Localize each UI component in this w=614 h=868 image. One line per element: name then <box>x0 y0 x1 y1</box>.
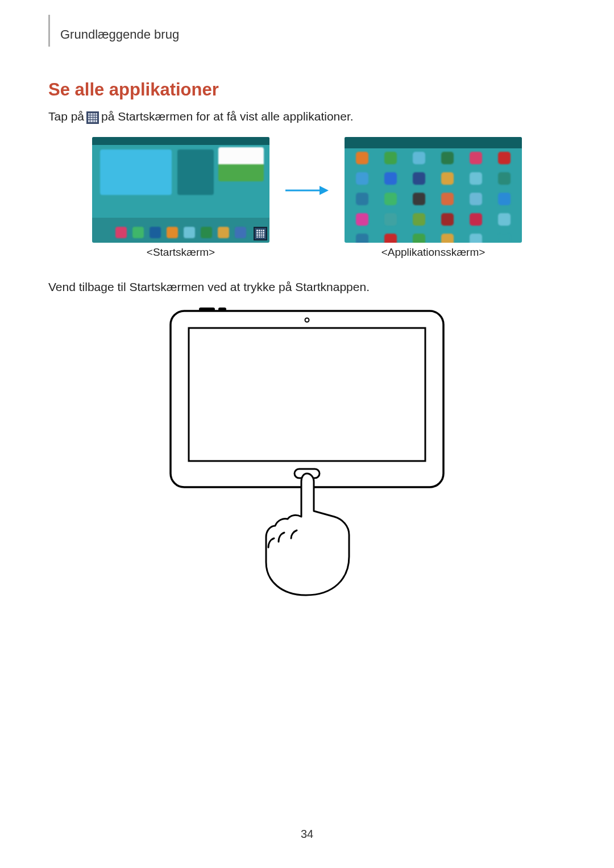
svg-rect-6 <box>189 328 425 461</box>
apps-screen-illustration <box>345 137 522 243</box>
svg-rect-3 <box>199 308 215 311</box>
paragraph-2: Vend tilbage til Startskærmen ved at try… <box>48 280 566 294</box>
paragraph-1: Tap på på Startskærmen for at få vist al… <box>48 108 566 124</box>
screens-row: <Startskærm> <Applikationsskærm> <box>48 137 566 259</box>
arrow-icon <box>280 184 334 200</box>
breadcrumb: Grundlæggende brug <box>60 27 179 42</box>
tablet-illustration <box>48 303 566 599</box>
header-rule <box>48 15 50 47</box>
para1-post: på Startskærmen for at få vist alle appl… <box>101 108 354 124</box>
section-title: Se alle applikationer <box>48 80 566 100</box>
para1-pre: Tap på <box>48 108 84 124</box>
apps-grid-icon <box>86 111 99 124</box>
svg-marker-1 <box>320 186 329 195</box>
home-caption: <Startskærm> <box>147 246 215 259</box>
page-header: Grundlæggende brug <box>48 23 566 47</box>
svg-rect-4 <box>218 308 226 311</box>
apps-caption: <Applikationsskærm> <box>381 246 486 259</box>
apps-button-highlight <box>254 227 267 240</box>
page-number: 34 <box>0 828 614 841</box>
home-screen-illustration <box>92 137 269 243</box>
